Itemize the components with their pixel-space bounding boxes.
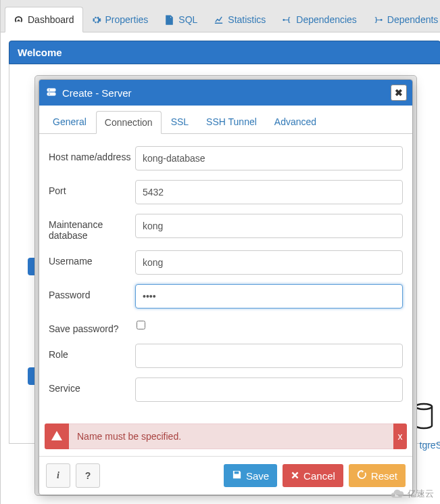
- tab-dependents-label: Dependents: [387, 14, 439, 25]
- info-icon: i: [57, 470, 59, 481]
- savepw-checkbox[interactable]: [137, 321, 145, 329]
- tab-properties-label: Properties: [105, 14, 149, 25]
- svg-rect-3: [47, 93, 55, 95]
- error-text: Name must be specified.: [69, 423, 393, 449]
- tab-dashboard-label: Dashboard: [28, 14, 74, 25]
- tab-sql-label: SQL: [178, 14, 197, 25]
- maintdb-label: Maintenance database: [49, 214, 135, 241]
- tab-sql[interactable]: SQL: [156, 7, 205, 32]
- dialog-title: Create - Server: [62, 87, 132, 99]
- tab-dependents[interactable]: Dependents: [365, 7, 440, 32]
- dialog-tab-general[interactable]: General: [45, 111, 95, 133]
- reset-label: Reset: [371, 470, 397, 482]
- help-icon: ?: [85, 470, 91, 481]
- port-label: Port: [49, 180, 135, 196]
- dialog-header[interactable]: Create - Server ✖: [39, 80, 412, 106]
- error-close-button[interactable]: x: [393, 423, 407, 449]
- tab-dependencies-label: Dependencies: [296, 14, 357, 25]
- port-field[interactable]: [135, 180, 403, 204]
- savepw-label: Save password?: [49, 318, 135, 334]
- watermark: 亿速云: [390, 486, 434, 501]
- maintdb-field[interactable]: [135, 214, 403, 238]
- cancel-icon: [291, 470, 299, 482]
- password-label: Password: [49, 284, 135, 300]
- tab-properties[interactable]: Properties: [83, 7, 157, 32]
- help-button[interactable]: ?: [76, 463, 100, 488]
- tab-statistics-label: Statistics: [228, 14, 266, 25]
- dialog-tab-connection[interactable]: Connection: [96, 111, 162, 134]
- top-tabs: Dashboard Properties SQL Statistics Depe…: [1, 0, 440, 32]
- svg-point-1: [381, 19, 383, 21]
- username-label: Username: [49, 250, 135, 267]
- password-field[interactable]: [135, 284, 403, 308]
- host-field[interactable]: [135, 146, 403, 170]
- username-field[interactable]: [135, 250, 403, 275]
- dependency-icon: [282, 15, 292, 25]
- save-label: Save: [246, 470, 269, 482]
- dialog-tab-ssh[interactable]: SSH Tunnel: [198, 111, 265, 133]
- role-field[interactable]: [135, 344, 403, 368]
- error-alert: Name must be specified. x: [45, 423, 407, 449]
- cancel-label: Cancel: [303, 470, 335, 482]
- connection-form: Host name/address Port Maintenance datab…: [39, 134, 412, 423]
- cancel-button[interactable]: Cancel: [283, 464, 343, 487]
- watermark-text: 亿速云: [408, 488, 434, 500]
- warning-icon: [45, 423, 69, 449]
- role-label: Role: [49, 344, 135, 360]
- save-icon: [232, 469, 242, 482]
- dialog-tab-ssl[interactable]: SSL: [163, 111, 197, 133]
- gear-icon: [91, 15, 101, 25]
- dashboard-icon: [14, 15, 24, 25]
- tab-dependencies[interactable]: Dependencies: [274, 7, 365, 32]
- dialog-footer: i ? Save Cancel Reset: [39, 456, 412, 495]
- file-icon: [164, 15, 174, 25]
- chart-line-icon: [214, 15, 224, 25]
- save-button[interactable]: Save: [224, 464, 277, 487]
- dependent-icon: [373, 15, 383, 25]
- cloud-icon: [390, 486, 405, 501]
- service-label: Service: [49, 377, 135, 394]
- svg-rect-2: [47, 89, 55, 91]
- svg-point-0: [283, 19, 285, 21]
- bg-pg-link: tgreS: [420, 440, 440, 451]
- tab-dashboard[interactable]: Dashboard: [5, 7, 83, 32]
- reset-button[interactable]: Reset: [349, 464, 406, 487]
- create-server-dialog: Create - Server ✖ General Connection SSL…: [39, 79, 413, 495]
- host-label: Host name/address: [49, 146, 135, 162]
- reset-icon: [357, 469, 367, 482]
- server-icon: [46, 87, 57, 99]
- svg-point-5: [49, 93, 50, 95]
- dialog-tab-advanced[interactable]: Advanced: [266, 111, 324, 133]
- dialog-close-button[interactable]: ✖: [391, 85, 407, 101]
- svg-point-4: [49, 89, 50, 91]
- service-field[interactable]: [135, 377, 403, 402]
- welcome-title: Welcome: [9, 41, 440, 64]
- tab-statistics[interactable]: Statistics: [205, 7, 274, 32]
- close-icon: ✖: [395, 87, 403, 98]
- dialog-tabs: General Connection SSL SSH Tunnel Advanc…: [39, 106, 412, 134]
- info-button[interactable]: i: [46, 463, 70, 488]
